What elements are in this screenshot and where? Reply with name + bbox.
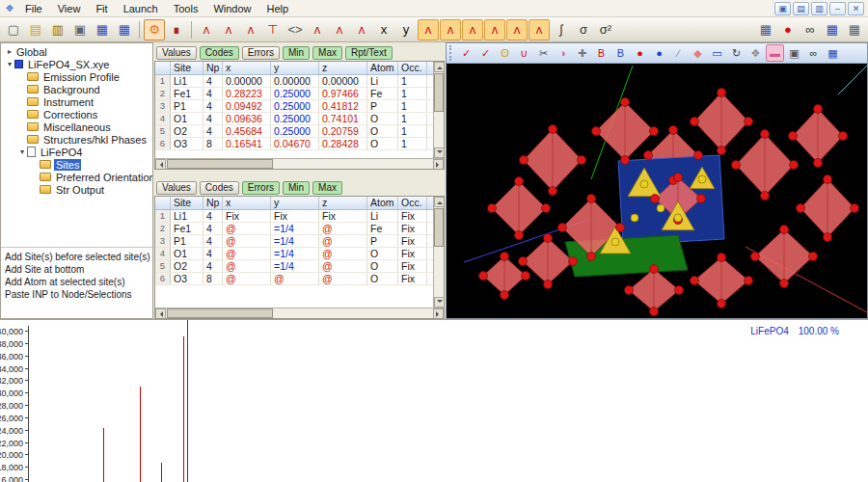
cell-np[interactable]: 4 [203, 235, 223, 247]
cell-z[interactable]: 0.28428 [319, 138, 367, 149]
cell-np[interactable]: 4 [203, 100, 223, 112]
tree-item-sites[interactable]: Sites [1, 158, 152, 171]
cell-occ[interactable]: Fix [398, 260, 427, 272]
cell-np[interactable]: 4 [203, 260, 223, 272]
cell-atom[interactable]: P [367, 235, 398, 247]
column-header-z[interactable]: z [319, 62, 367, 74]
tab-errors[interactable]: Errors [242, 46, 280, 60]
action-add-site-at-bottom[interactable]: Add Site at bottom [5, 263, 150, 276]
cell-z[interactable]: @ [319, 248, 367, 259]
structure-table-icon[interactable]: ▦ [824, 44, 842, 62]
save-icon[interactable]: ▦ [92, 19, 113, 40]
cell-y[interactable]: 0.25000 [271, 125, 319, 137]
letter-y-icon[interactable]: y [395, 19, 417, 40]
values-table[interactable]: SiteNpxyzAtomOcc.1Li140.000000.000000.00… [155, 62, 433, 158]
table-row[interactable]: 4O140.096360.250000.74101O1 [155, 113, 433, 125]
cell-z[interactable]: @ [319, 260, 367, 272]
tile-windows-icon[interactable]: ▥ [811, 2, 827, 15]
table-row[interactable]: 4O14@=1/4@OFix [155, 248, 433, 260]
cell-atom[interactable]: O [367, 273, 398, 284]
color-palette-icon[interactable]: ◑ [554, 44, 572, 62]
menu-view[interactable]: View [50, 1, 89, 16]
cell-atom[interactable]: O [367, 125, 398, 137]
cell-site[interactable]: O3 [171, 138, 203, 149]
cell-atom[interactable]: Li [367, 210, 398, 222]
table-row[interactable]: 5O240.456840.250000.20759O1 [155, 125, 433, 138]
bond-style-icon[interactable]: ∕ [669, 44, 688, 62]
scroll-right-icon[interactable] [433, 159, 444, 170]
cell-y[interactable]: Fix [271, 210, 319, 222]
clear-peaks-icon[interactable]: ʌ [351, 19, 372, 40]
cell-y[interactable]: 0.25000 [271, 100, 319, 112]
table-row[interactable]: 3P140.094920.250000.41812P1 [155, 100, 433, 113]
cell-site[interactable]: Li1 [171, 75, 203, 87]
cell-y[interactable]: =1/4 [271, 235, 319, 247]
cell-np[interactable]: 4 [203, 125, 223, 137]
action-add-site-s-before-selected-site-s[interactable]: Add Site(s) before selected site(s) [5, 251, 150, 263]
cell-site[interactable]: P1 [171, 235, 203, 247]
values-horizontal-scrollbar[interactable] [155, 158, 444, 169]
cascade-windows-icon[interactable]: ▤ [793, 2, 809, 15]
cell-np[interactable]: 4 [203, 248, 223, 259]
cell-y[interactable]: 0.25000 [271, 88, 319, 99]
open-folder-icon[interactable]: ▤ [25, 19, 46, 40]
scroll-up-icon[interactable] [434, 62, 445, 72]
stereo-view-icon[interactable]: ∞ [804, 44, 823, 62]
action-paste-inp-to-node-selections[interactable]: Paste INP to Node/Selections [5, 288, 150, 301]
cell-np[interactable]: 4 [203, 113, 223, 124]
column-header-occ[interactable]: Occ. [398, 62, 427, 74]
cumulative-chi2-icon[interactable]: σ [573, 19, 594, 40]
highlight-eraser-icon[interactable]: ▬ [766, 44, 784, 62]
minimize-window-icon[interactable]: – [829, 2, 846, 15]
table-row[interactable]: 2Fe140.282230.250000.97466Fe1 [155, 88, 433, 100]
cell-site[interactable]: P1 [171, 100, 203, 112]
code-view-icon[interactable]: <> [285, 19, 306, 40]
tree-item-str-output[interactable]: Str Output [1, 183, 152, 196]
structure-viewport[interactable] [447, 64, 867, 318]
cell-z[interactable]: 0.00000 [319, 75, 367, 87]
tree-item-structures-hkl-phases[interactable]: Structures/hkl Phases [1, 133, 152, 146]
cell-occ[interactable]: 1 [398, 100, 427, 112]
menu-file[interactable]: File [17, 1, 50, 16]
cell-occ[interactable]: Fix [398, 248, 427, 259]
cell-site[interactable]: O2 [171, 125, 203, 137]
letter-x-icon[interactable]: x [373, 19, 394, 40]
table-row[interactable]: 6O38@@@OFix [155, 273, 433, 285]
cell-z[interactable]: 0.97466 [319, 88, 367, 99]
cell-y[interactable]: =1/4 [271, 248, 319, 259]
cell-site[interactable]: O1 [171, 113, 203, 124]
stereo-glasses-icon[interactable]: ∞ [800, 19, 821, 40]
tree-item-lifepo4-sx-xye[interactable]: ▾LiFePO4_SX.xye [1, 58, 152, 70]
cell-atom[interactable]: O [367, 248, 398, 259]
cell-occ[interactable]: 1 [398, 88, 427, 99]
action-add-atom-at-selected-site-s[interactable]: Add Atom at selected site(s) [5, 276, 150, 288]
run-fit-wrench-icon[interactable]: ⚙ [144, 19, 165, 40]
tree-item-preferred-orientation[interactable]: Preferred Orientation [1, 171, 152, 183]
show-phases-icon[interactable]: ʌ [506, 19, 528, 40]
chart-plot[interactable] [29, 320, 868, 482]
table-row[interactable]: 1Li14FixFixFixLiFix [155, 210, 433, 223]
tree-item-miscellaneous[interactable]: Miscellaneous [1, 120, 152, 133]
zoom-chart-icon[interactable]: ʌ [196, 19, 217, 40]
cell-occ[interactable]: Fix [398, 223, 427, 234]
integral-icon[interactable]: ∫ [551, 19, 572, 40]
tree-item-emission-profile[interactable]: Emission Profile [1, 70, 152, 83]
cell-site[interactable]: O2 [171, 260, 203, 272]
cell-z[interactable]: @ [319, 223, 367, 234]
cell-x[interactable]: Fix [223, 210, 271, 222]
menu-help[interactable]: Help [259, 1, 297, 16]
bold-bonds-icon[interactable]: B [611, 44, 630, 62]
atom-style-blue-icon[interactable]: ● [650, 44, 668, 62]
column-header-x[interactable]: x [223, 197, 271, 209]
cell-atom[interactable]: Li [367, 75, 398, 87]
bold-atoms-icon[interactable]: B [592, 44, 610, 62]
values-vertical-scrollbar[interactable] [433, 62, 444, 158]
rotate-view-icon[interactable]: ↻ [727, 44, 746, 62]
xray-tube-icon[interactable]: ⊤ [262, 19, 284, 40]
cell-y[interactable]: 0.25000 [271, 113, 319, 124]
cell-x[interactable]: @ [223, 223, 271, 234]
cell-z[interactable]: @ [319, 273, 367, 284]
cell-occ[interactable]: 1 [398, 125, 427, 137]
scroll-left-icon[interactable] [155, 159, 166, 170]
cell-x[interactable]: @ [223, 248, 271, 259]
